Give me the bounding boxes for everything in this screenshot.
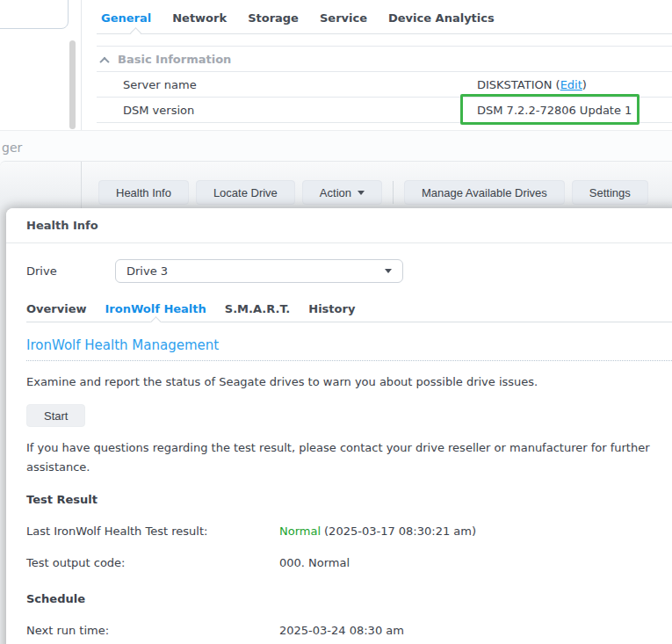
next-run-label: Next run time: [26,624,279,637]
row-divider [97,122,672,123]
tab-general[interactable]: General [101,11,151,25]
storage-manager-toolbar: Health Info Locate Drive Action Manage A… [0,161,672,209]
control-panel-content: General Network Storage Service Device A… [81,0,672,130]
drive-select[interactable]: Drive 3 [115,259,403,283]
schedule-title: Schedule [26,592,672,605]
control-panel-tabs: General Network Storage Service Device A… [81,0,672,25]
sidebar-search-input[interactable] [0,0,69,29]
last-test-timestamp: (2025-03-17 08:30:21 am) [324,525,476,538]
action-dropdown-button[interactable]: Action [302,180,382,205]
storage-manager-window: ger Health Info Locate Drive Action Mana… [0,130,672,208]
drive-label: Drive [26,264,115,278]
active-tab-notch [130,27,141,39]
drive-select-value: Drive 3 [126,264,385,278]
next-run-value: 2025-03-24 08:30 am [279,624,404,637]
server-name-text: DISKSTATION ( [477,78,560,91]
tab-storage[interactable]: Storage [248,11,299,25]
locate-drive-button[interactable]: Locate Drive [196,180,295,205]
locate-drive-button-label: Locate Drive [213,186,278,199]
output-code-value: 000. Normal [279,556,350,569]
tab-overview[interactable]: Overview [26,302,87,315]
tab-ironwolf-health[interactable]: IronWolf Health [105,302,206,315]
drive-selector-row: Drive Drive 3 [26,259,672,283]
window-title-partial: ger [2,141,22,155]
dialog-title: Health Info [26,219,98,232]
server-name-suffix: ) [582,78,587,91]
start-button[interactable]: Start [26,404,85,427]
next-run-row: Next run time: 2025-03-24 08:30 am [26,624,672,637]
start-button-label: Start [44,409,68,423]
last-test-label: Last IronWolf Health Test result: [26,525,279,538]
row-divider [97,97,672,98]
test-result-title: Test Result [26,493,672,506]
settings-button[interactable]: Settings [572,180,648,205]
note-text: If you have questions regarding the test… [26,438,663,477]
divider-line [97,46,672,47]
sidebar-scrollbar-thumb[interactable] [69,40,76,129]
tab-smart[interactable]: S.M.A.R.T. [225,302,290,315]
last-test-value: Normal(2025-03-17 08:30:21 am) [279,525,476,538]
health-info-dialog: Health Info Drive Drive 3 Overview IronW… [6,208,672,644]
toolbar-sidebar-divider [81,162,82,210]
manage-available-drives-button-label: Manage Available Drives [422,186,547,199]
tab-underline [97,33,672,34]
row-divider [97,71,672,72]
screen: General Network Storage Service Device A… [0,0,672,644]
last-test-row: Last IronWolf Health Test result: Normal… [26,525,672,538]
basic-information-section-header[interactable]: Basic Information [101,53,231,66]
description-text: Examine and report the status of Seagate… [26,373,672,392]
section-title: Basic Information [118,53,231,66]
tab-device-analytics[interactable]: Device Analytics [388,11,495,25]
manage-available-drives-button[interactable]: Manage Available Drives [404,180,565,205]
settings-button-label: Settings [589,186,631,199]
health-info-button-label: Health Info [116,186,171,199]
action-button-label: Action [320,186,351,199]
chevron-up-icon [99,57,109,67]
caret-down-icon [358,191,365,195]
edit-link[interactable]: Edit [560,78,582,91]
active-tab-notch [150,316,162,328]
dsm-version-value: DSM 7.2.2-72806 Update 1 [477,104,632,117]
tab-history[interactable]: History [308,302,355,315]
dsm-version-label: DSM version [123,104,194,117]
dialog-tabs: Overview IronWolf Health S.M.A.R.T. Hist… [26,302,672,322]
tab-service[interactable]: Service [320,11,367,25]
toolbar-separator [393,181,394,204]
dialog-body: Drive Drive 3 Overview IronWolf Health S… [6,259,672,637]
server-name-value: DISKSTATION (Edit) [477,78,587,91]
toolbar-buttons: Health Info Locate Drive Action Manage A… [98,180,648,205]
health-info-button[interactable]: Health Info [98,180,189,205]
dialog-header: Health Info [6,208,672,243]
caret-down-icon [385,269,392,273]
output-code-label: Test output code: [26,556,279,569]
tab-network[interactable]: Network [172,11,227,25]
server-name-label: Server name [123,78,197,91]
output-code-row: Test output code: 000. Normal [26,556,672,569]
ironwolf-heading: IronWolf Health Management [26,337,672,361]
status-badge: Normal [279,525,321,538]
control-panel-window: General Network Storage Service Device A… [0,0,672,130]
